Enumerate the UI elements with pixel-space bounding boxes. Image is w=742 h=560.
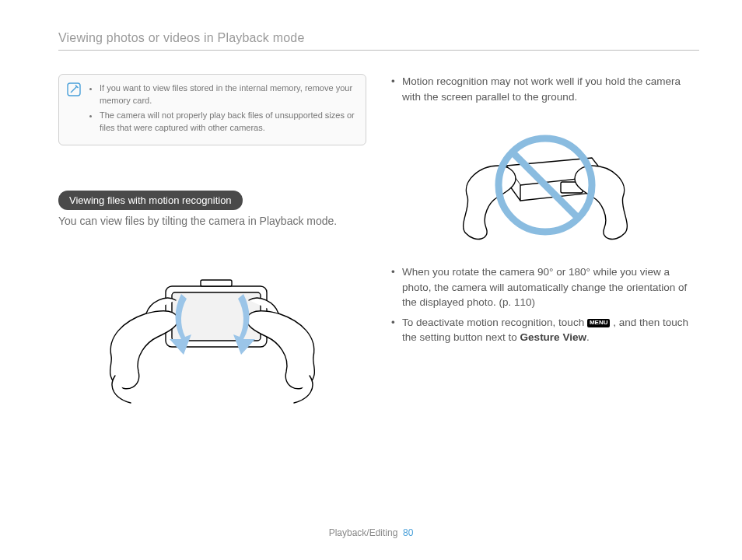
deactivate-part-a: To deactivate motion recognition, touch	[402, 317, 587, 328]
menu-icon: MENU	[587, 319, 611, 327]
manual-page: Viewing photos or videos in Playback mod…	[0, 0, 742, 560]
parallel-hold-illustration	[391, 123, 699, 247]
gesture-view-label: Gesture View	[520, 331, 586, 343]
note-box: If you want to view files stored in the …	[58, 74, 366, 145]
section-description: You can view files by tilting the camera…	[58, 215, 366, 227]
note-icon	[67, 82, 81, 96]
svg-rect-3	[201, 280, 232, 286]
page-header: Viewing photos or videos in Playback mod…	[58, 31, 699, 51]
rotate-note-text: When you rotate the camera 90° or 180° w…	[391, 264, 699, 310]
section-heading-pill: Viewing files with motion recognition	[58, 191, 243, 210]
deactivate-text: To deactivate motion recognition, touch …	[391, 315, 699, 345]
right-column: Motion recognition may not work well if …	[391, 74, 699, 411]
note-item: If you want to view files stored in the …	[100, 82, 355, 107]
content-columns: If you want to view files stored in the …	[58, 74, 699, 411]
left-column: If you want to view files stored in the …	[58, 74, 366, 411]
tilt-illustration	[58, 247, 366, 411]
footer-page-number: 80	[403, 527, 413, 538]
body-list-bottom: When you rotate the camera 90° or 180° w…	[391, 264, 699, 345]
note-item: The camera will not properly play back f…	[100, 110, 355, 135]
deactivate-part-c: .	[586, 331, 590, 343]
page-footer: Playback/Editing 80	[0, 527, 742, 538]
motion-warning-text: Motion recognition may not work well if …	[391, 74, 699, 104]
body-list-top: Motion recognition may not work well if …	[391, 74, 699, 104]
note-list: If you want to view files stored in the …	[90, 82, 355, 137]
footer-section: Playback/Editing	[329, 527, 398, 538]
